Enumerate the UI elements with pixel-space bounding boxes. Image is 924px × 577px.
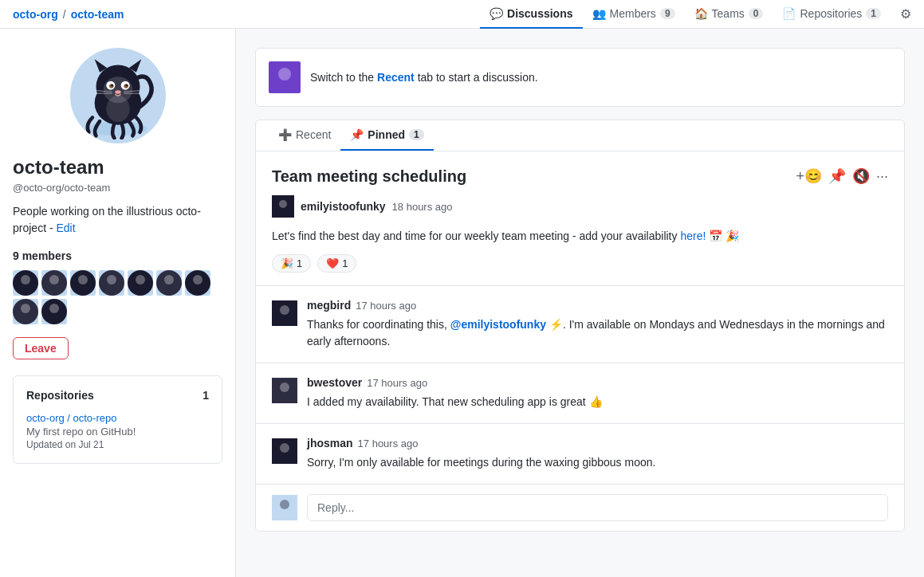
reply-input[interactable]: Reply... bbox=[307, 494, 888, 521]
pinned-count: 1 bbox=[409, 129, 424, 140]
comment-2: bwestover 17 hours ago I added my availa… bbox=[256, 363, 904, 424]
comment-avatar-3 bbox=[272, 438, 297, 464]
repo-link[interactable]: octo-org / octo-repo bbox=[26, 412, 116, 424]
tab-members-label: Members bbox=[610, 7, 656, 20]
tab-teams[interactable]: 🏠 Teams 0 bbox=[685, 0, 773, 29]
reply-avatar bbox=[272, 495, 297, 520]
svg-point-39 bbox=[279, 200, 287, 208]
team-handle: @octo-org/octo-team bbox=[13, 182, 222, 194]
sidebar: octo-team @octo-org/octo-team People wor… bbox=[0, 29, 236, 577]
settings-icon[interactable]: ⚙ bbox=[900, 6, 911, 22]
org-link[interactable]: octo-org bbox=[13, 8, 58, 21]
member-avatar bbox=[41, 299, 67, 324]
svg-point-37 bbox=[278, 68, 291, 80]
members-header: 9 members bbox=[13, 249, 222, 262]
tab-repositories[interactable]: 📄 Repositories 1 bbox=[773, 0, 891, 29]
comment-author-3: jhosman bbox=[307, 437, 353, 449]
comment-body-3: Sorry, I'm only available for meetings d… bbox=[307, 454, 888, 471]
breadcrumb: octo-org / octo-team bbox=[13, 8, 124, 21]
discussion-tabs-wrapper: ➕ Recent 📌 Pinned 1 Team meeting schedul… bbox=[255, 120, 905, 532]
teams-icon: 🏠 bbox=[694, 7, 708, 20]
comment-avatar-2 bbox=[272, 378, 297, 403]
tab-repositories-label: Repositories bbox=[800, 7, 862, 20]
mention-1[interactable]: @emilyistoofunky bbox=[450, 318, 546, 331]
svg-point-31 bbox=[193, 275, 202, 285]
repositories-badge: 1 bbox=[866, 8, 881, 19]
svg-point-33 bbox=[21, 304, 30, 313]
svg-point-47 bbox=[280, 500, 289, 509]
svg-point-41 bbox=[280, 305, 289, 315]
member-avatar bbox=[70, 270, 96, 296]
reaction-heart[interactable]: ❤️ 1 bbox=[317, 254, 356, 273]
comment-content-2: bwestover 17 hours ago I added my availa… bbox=[307, 376, 888, 410]
add-reaction-icon[interactable]: +😊 bbox=[796, 167, 822, 185]
banner-prefix: Switch to the bbox=[310, 71, 374, 84]
tab-members[interactable]: 👥 Members 9 bbox=[583, 0, 685, 29]
team-link[interactable]: octo-team bbox=[71, 8, 124, 21]
banner-suffix: tab to start a discussion. bbox=[418, 71, 538, 84]
banner-recent-link[interactable]: Recent bbox=[377, 71, 415, 84]
comment-time-1: 17 hours ago bbox=[356, 300, 416, 312]
member-avatar bbox=[13, 299, 38, 324]
post-meta: emilyistoofunky 18 hours ago bbox=[272, 195, 888, 218]
discussion-tabs: ➕ Recent 📌 Pinned 1 bbox=[256, 120, 904, 151]
svg-point-35 bbox=[49, 304, 59, 313]
leave-button[interactable]: Leave bbox=[13, 337, 69, 359]
comment-avatar-1 bbox=[272, 300, 297, 326]
repo-section-header: Repositories 1 bbox=[26, 389, 209, 402]
member-avatar bbox=[128, 270, 153, 296]
post-author: emilyistoofunky bbox=[301, 200, 386, 213]
svg-point-43 bbox=[280, 383, 289, 392]
repositories-section: Repositories 1 octo-org / octo-repo My f… bbox=[13, 375, 222, 464]
pin-icon: 📌 bbox=[350, 128, 364, 141]
post-author-avatar bbox=[272, 195, 294, 218]
comment-time-3: 17 hours ago bbox=[358, 438, 419, 449]
comment-content-1: megbird 17 hours ago Thanks for coordina… bbox=[307, 299, 888, 350]
reaction-party[interactable]: 🎉 1 bbox=[272, 254, 311, 273]
mute-icon[interactable]: 🔇 bbox=[852, 167, 870, 185]
tab-recent-label: Recent bbox=[296, 128, 331, 141]
comment-content-3: jhosman 17 hours ago Sorry, I'm only ava… bbox=[307, 437, 888, 471]
svg-point-11 bbox=[125, 84, 128, 87]
member-avatar bbox=[41, 270, 67, 296]
svg-point-25 bbox=[107, 275, 116, 285]
svg-point-21 bbox=[49, 275, 59, 285]
reply-box: Reply... bbox=[256, 485, 904, 531]
svg-point-45 bbox=[280, 443, 289, 453]
team-description: People working on the illustrious octo-p… bbox=[13, 203, 222, 237]
post-time: 18 hours ago bbox=[392, 201, 453, 213]
switch-banner: Switch to the Recent tab to start a disc… bbox=[255, 48, 905, 107]
post-title: Team meeting scheduling bbox=[272, 167, 466, 186]
comment-body-2: I added my availability. That new schedu… bbox=[307, 394, 888, 410]
svg-point-10 bbox=[111, 84, 113, 87]
discussion-post: Team meeting scheduling +😊 📌 🔇 ··· emily… bbox=[256, 151, 904, 286]
discussions-icon: 💬 bbox=[490, 7, 503, 20]
pin-action-icon[interactable]: 📌 bbox=[828, 167, 846, 185]
member-avatar bbox=[156, 270, 182, 296]
banner-text: Switch to the Recent tab to start a disc… bbox=[310, 71, 538, 84]
content-area: Switch to the Recent tab to start a disc… bbox=[236, 29, 924, 577]
repo-description: My first repo on GitHub! bbox=[26, 426, 209, 438]
tab-discussions[interactable]: 💬 Discussions bbox=[480, 0, 582, 29]
reactions: 🎉 1 ❤️ 1 bbox=[272, 254, 888, 273]
comment-author-1: megbird bbox=[307, 299, 351, 312]
repositories-count: 1 bbox=[202, 389, 209, 402]
tab-pinned-label: Pinned bbox=[368, 128, 405, 141]
comment-meta-2: bwestover 17 hours ago bbox=[307, 376, 888, 389]
repo-updated: Updated on Jul 21 bbox=[26, 439, 209, 450]
comment-meta-3: jhosman 17 hours ago bbox=[307, 437, 888, 449]
svg-point-17 bbox=[106, 96, 129, 122]
post-actions: +😊 📌 🔇 ··· bbox=[796, 167, 888, 185]
tab-recent[interactable]: ➕ Recent bbox=[269, 120, 340, 151]
member-avatar bbox=[99, 270, 124, 296]
comment-1: megbird 17 hours ago Thanks for coordina… bbox=[256, 286, 904, 363]
availability-link[interactable]: here! bbox=[680, 230, 706, 242]
svg-point-12 bbox=[115, 90, 120, 94]
tab-discussions-label: Discussions bbox=[507, 7, 572, 20]
edit-link[interactable]: Edit bbox=[56, 222, 75, 234]
more-options-icon[interactable]: ··· bbox=[876, 168, 888, 185]
tab-pinned[interactable]: 📌 Pinned 1 bbox=[340, 120, 433, 151]
comment-time-2: 17 hours ago bbox=[367, 377, 427, 389]
repositories-title: Repositories bbox=[26, 389, 94, 402]
svg-point-23 bbox=[78, 275, 88, 285]
